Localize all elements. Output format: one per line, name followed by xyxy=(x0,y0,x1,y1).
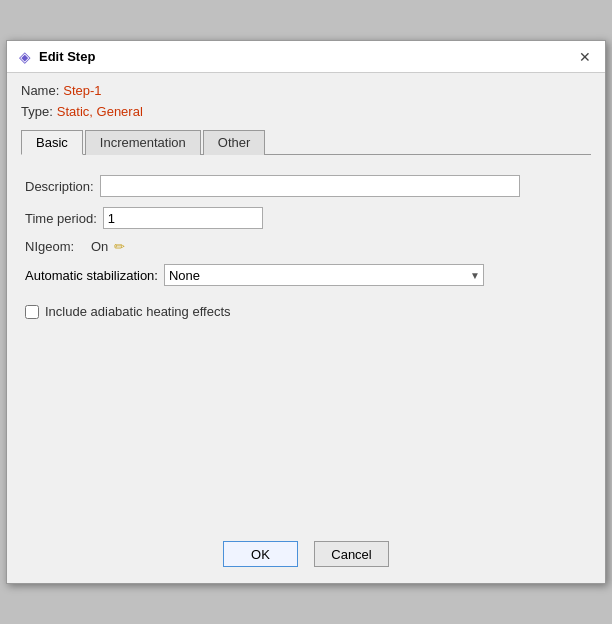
tab-content-area: Description: Time period: NIgeom: On ✏ A… xyxy=(21,161,591,501)
type-label: Type: xyxy=(21,104,53,119)
auto-stab-select-wrapper: None Specify dissipated energy fraction … xyxy=(164,264,484,286)
nlgeom-value: On xyxy=(91,239,108,254)
name-value: Step-1 xyxy=(63,83,101,98)
dialog-title: Edit Step xyxy=(39,49,95,64)
time-period-label: Time period: xyxy=(25,211,97,226)
adiabatic-checkbox-row: Include adiabatic heating effects xyxy=(25,304,587,319)
adiabatic-label: Include adiabatic heating effects xyxy=(45,304,231,319)
title-bar: ◈ Edit Step ✕ xyxy=(7,41,605,73)
title-bar-left: ◈ Edit Step xyxy=(17,49,95,65)
ok-button[interactable]: OK xyxy=(223,541,298,567)
tabs-container: Basic Incrementation Other xyxy=(21,129,591,155)
nlgeom-row: NIgeom: On ✏ xyxy=(25,239,587,254)
nlgeom-edit-icon[interactable]: ✏ xyxy=(114,239,125,254)
cancel-button[interactable]: Cancel xyxy=(314,541,389,567)
close-button[interactable]: ✕ xyxy=(575,47,595,67)
description-label: Description: xyxy=(25,179,94,194)
dialog-icon: ◈ xyxy=(17,49,33,65)
type-value: Static, General xyxy=(57,104,143,119)
type-row: Type: Static, General xyxy=(21,104,591,119)
auto-stab-select[interactable]: None Specify dissipated energy fraction … xyxy=(164,264,484,286)
edit-step-dialog: ◈ Edit Step ✕ Name: Step-1 Type: Static,… xyxy=(6,40,606,584)
auto-stab-label: Automatic stabilization: xyxy=(25,268,158,283)
name-label: Name: xyxy=(21,83,59,98)
tab-basic-content: Description: Time period: NIgeom: On ✏ A… xyxy=(21,161,591,329)
tab-other[interactable]: Other xyxy=(203,130,266,155)
description-input[interactable] xyxy=(100,175,520,197)
dialog-body: Name: Step-1 Type: Static, General Basic… xyxy=(7,73,605,517)
auto-stab-row: Automatic stabilization: None Specify di… xyxy=(25,264,587,286)
name-row: Name: Step-1 xyxy=(21,83,591,98)
description-row: Description: xyxy=(25,175,587,197)
bottom-bar: OK Cancel xyxy=(7,527,605,583)
tab-incrementation[interactable]: Incrementation xyxy=(85,130,201,155)
tab-basic[interactable]: Basic xyxy=(21,130,83,155)
time-period-input[interactable] xyxy=(103,207,263,229)
adiabatic-checkbox[interactable] xyxy=(25,305,39,319)
time-period-row: Time period: xyxy=(25,207,587,229)
nlgeom-label: NIgeom: xyxy=(25,239,85,254)
